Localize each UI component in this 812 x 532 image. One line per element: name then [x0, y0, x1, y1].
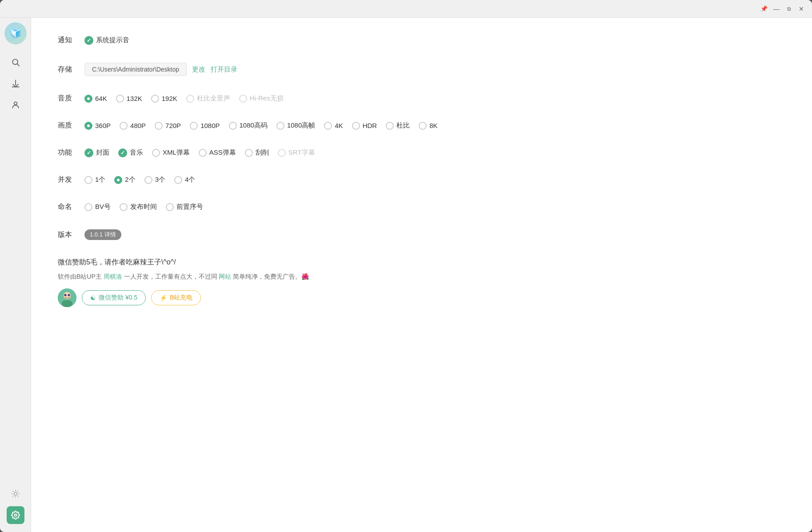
concurrency-2-label: 2个: [125, 176, 135, 184]
concurrency-2-radio: [114, 176, 122, 184]
pin-button[interactable]: 📌: [759, 4, 769, 14]
feature-xml-danmaku-check: [152, 149, 160, 157]
change-path-button[interactable]: 更改: [192, 65, 205, 74]
open-directory-button[interactable]: 打开目录: [211, 65, 237, 74]
storage-path-display: C:\Users\Administrator\Desktop: [84, 63, 187, 76]
feature-cover-label: 封面: [96, 148, 109, 157]
audio-64k-radio: [84, 95, 92, 103]
maximize-button[interactable]: ⧉: [784, 4, 794, 14]
bilibili-icon: ⚡: [160, 294, 167, 301]
video-8k-label: 8K: [429, 122, 437, 129]
naming-label: 命名: [58, 202, 84, 212]
video-1080h-label: 1080高码: [240, 121, 268, 130]
features-row: 功能 ✓ 封面 ✓ 音乐 XML弹幕: [58, 148, 785, 157]
audio-hires-label: Hi-Res无损: [250, 94, 284, 103]
video-480p-radio: [120, 122, 128, 130]
concurrency-4-option[interactable]: 4个: [174, 176, 195, 184]
svg-point-3: [14, 102, 17, 105]
sidebar-item-user[interactable]: [7, 96, 24, 114]
video-4k-radio: [324, 122, 332, 130]
concurrency-3-radio: [144, 176, 152, 184]
audio-dolby-option: 杜比全景声: [186, 94, 230, 103]
audio-132k-label: 132K: [127, 95, 142, 102]
titlebar: 📌 — ⧉ ✕: [0, 0, 812, 18]
video-720p-option[interactable]: 720P: [155, 122, 181, 130]
version-content: 1.0.1 详情: [84, 229, 121, 240]
video-dolby-option[interactable]: 杜比: [386, 121, 410, 130]
video-dolby-radio: [386, 122, 394, 130]
video-1080fps-option[interactable]: 1080高帧: [276, 121, 315, 130]
video-1080h-option[interactable]: 1080高码: [229, 121, 268, 130]
sidebar-item-download[interactable]: [7, 75, 24, 92]
audio-64k-option[interactable]: 64K: [84, 95, 107, 103]
feature-srt-option: SRT字幕: [278, 148, 315, 157]
notification-label: 通知: [58, 36, 84, 45]
feature-srt-check: [278, 149, 286, 157]
features-label: 功能: [58, 148, 84, 157]
wechat-donate-button[interactable]: ☯ 微信赞助 ¥0.5: [82, 290, 146, 305]
minimize-button[interactable]: —: [771, 4, 782, 14]
author-avatar: [58, 288, 76, 307]
sidebar-item-settings[interactable]: [7, 506, 24, 524]
wechat-donate-label: 微信赞助 ¥0.5: [99, 294, 137, 302]
concurrency-1-label: 1个: [95, 176, 105, 184]
feature-srt-label: SRT字幕: [288, 148, 315, 157]
feature-music-check-icon: ✓: [118, 148, 127, 157]
video-4k-option[interactable]: 4K: [324, 122, 343, 130]
video-1080p-option[interactable]: 1080P: [190, 122, 220, 130]
concurrency-2-option[interactable]: 2个: [114, 176, 135, 184]
sidebar-item-theme[interactable]: [7, 485, 24, 503]
svg-point-16: [62, 300, 72, 307]
video-480p-option[interactable]: 480P: [120, 122, 146, 130]
concurrency-label: 并发: [58, 175, 84, 184]
svg-point-18: [68, 294, 70, 296]
feature-scrape-option[interactable]: 刮削: [245, 148, 269, 157]
video-quality-options: 360P 480P 720P 1080P: [84, 121, 437, 130]
system-sound-check-icon: ✓: [84, 36, 93, 45]
audio-hires-radio: [239, 95, 247, 103]
sidebar-bottom: [7, 485, 24, 528]
feature-music-option[interactable]: ✓ 音乐: [118, 148, 143, 157]
donation-title: 微信赞助5毛，请作者吃麻辣王子\^o^/: [58, 258, 785, 267]
concurrency-3-option[interactable]: 3个: [144, 176, 165, 184]
bilibili-charge-button[interactable]: ⚡ B站充电: [151, 290, 201, 305]
svg-line-12: [17, 491, 18, 492]
website-link[interactable]: 网站: [219, 273, 231, 280]
video-360p-label: 360P: [95, 122, 111, 129]
video-720p-label: 720P: [165, 122, 181, 129]
video-8k-option[interactable]: 8K: [419, 122, 437, 130]
feature-cover-option[interactable]: ✓ 封面: [84, 148, 109, 157]
audio-dolby-radio: [186, 95, 194, 103]
video-quality-row: 画质 360P 480P 720P: [58, 121, 785, 130]
close-button[interactable]: ✕: [796, 4, 807, 14]
video-hdr-option[interactable]: HDR: [352, 122, 377, 130]
author-name[interactable]: 周棋洛: [104, 273, 122, 280]
naming-bv-option[interactable]: BV号: [84, 203, 111, 211]
audio-64k-label: 64K: [95, 95, 107, 102]
feature-ass-danmaku-option[interactable]: ASS弹幕: [199, 148, 236, 157]
video-quality-label: 画质: [58, 121, 84, 130]
video-1080p-radio: [190, 122, 198, 130]
concurrency-4-radio: [174, 176, 182, 184]
version-badge[interactable]: 1.0.1 详情: [84, 229, 121, 240]
video-720p-radio: [155, 122, 163, 130]
system-sound-option[interactable]: ✓ 系统提示音: [84, 36, 129, 45]
feature-xml-danmaku-option[interactable]: XML弹幕: [152, 148, 190, 157]
sidebar: 🧊: [0, 18, 31, 532]
sidebar-item-search[interactable]: [7, 53, 24, 71]
naming-prefix-option[interactable]: 前置序号: [166, 203, 203, 211]
video-480p-label: 480P: [130, 122, 146, 129]
naming-time-option[interactable]: 发布时间: [120, 203, 157, 211]
svg-line-1: [17, 64, 19, 66]
video-360p-option[interactable]: 360P: [84, 122, 111, 130]
audio-192k-label: 192K: [162, 95, 177, 102]
concurrency-1-option[interactable]: 1个: [84, 176, 105, 184]
naming-time-label: 发布时间: [130, 203, 157, 211]
video-360p-radio: [84, 122, 92, 130]
audio-hires-option: Hi-Res无损: [239, 94, 284, 103]
audio-192k-option[interactable]: 192K: [151, 95, 177, 103]
svg-point-17: [64, 294, 67, 296]
audio-132k-option[interactable]: 132K: [116, 95, 142, 103]
naming-options: BV号 发布时间 前置序号: [84, 203, 203, 211]
video-hdr-label: HDR: [363, 122, 377, 129]
